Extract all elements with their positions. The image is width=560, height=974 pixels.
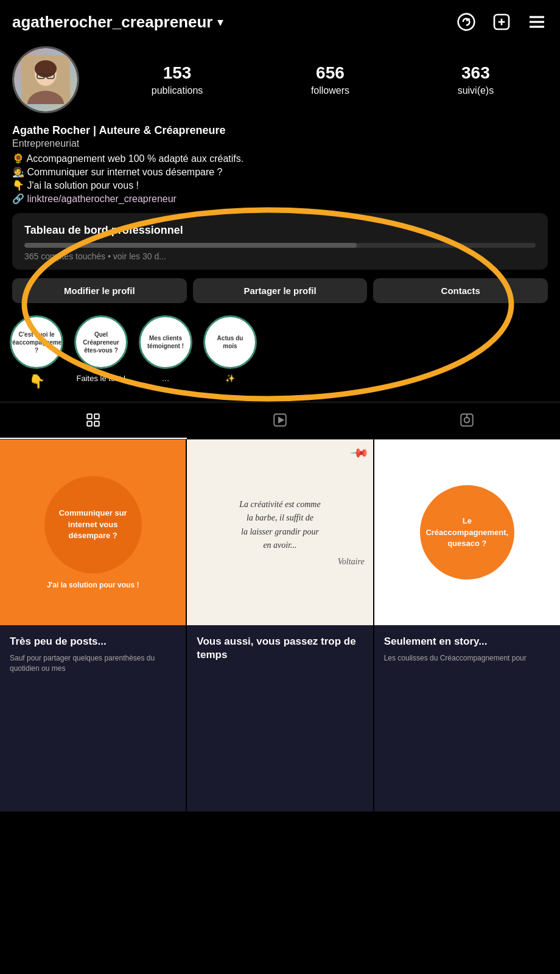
svg-marker-20	[279, 418, 284, 423]
bottom-post-3-sub: Les coulisses du Créaccompagnement pour	[384, 653, 527, 664]
story-label-1: 👇	[29, 374, 45, 390]
tableau-section[interactable]: Tableau de bord professionnel 365 compte…	[12, 213, 548, 270]
suivi-count: 363	[461, 63, 490, 83]
svg-rect-18	[94, 421, 99, 426]
partager-profil-button[interactable]: Partager le profil	[193, 278, 368, 303]
story-label-3: …	[162, 374, 170, 383]
threads-icon[interactable]	[455, 11, 477, 33]
post-cell-3[interactable]: Le Créaccompagnement, quesaco ?	[374, 440, 560, 625]
nav-icons	[455, 11, 548, 33]
svg-rect-17	[88, 421, 93, 426]
bottom-post-2-title: Vous aussi, vous passez trop de temps	[197, 635, 363, 662]
story-item-3[interactable]: Mes clients témoignent ! …	[139, 315, 192, 390]
svg-point-0	[458, 14, 475, 30]
menu-icon[interactable]	[526, 11, 548, 33]
bio-link[interactable]: 🔗 linktree/agatherocher_creapreneur	[12, 193, 548, 205]
bottom-post-3-title: Seulement en story...	[384, 635, 488, 648]
bottom-post-1-sub: Sauf pour partager quelques parenthèses …	[10, 653, 176, 674]
story-circle-1[interactable]: C'est quoi le Créaccompagnement ?	[10, 315, 63, 369]
bottom-post-1[interactable]: Très peu de posts... Sauf pour partager …	[0, 625, 186, 811]
chevron-down-icon[interactable]: ▾	[217, 15, 223, 29]
posts-grid: Communiquer sur internet vous désempare …	[0, 440, 560, 625]
contacts-button[interactable]: Contacts	[373, 278, 548, 303]
story-label-4: ✨	[225, 374, 235, 383]
top-navigation: agatherocher_creapreneur ▾	[0, 0, 560, 40]
story-item-1[interactable]: C'est quoi le Créaccompagnement ? 👇	[10, 315, 63, 390]
post-cell-2[interactable]: La créativité est commela barbe, il suff…	[187, 440, 373, 625]
publications-label: publications	[152, 85, 203, 96]
tab-bar	[0, 402, 560, 440]
publications-stat[interactable]: 153 publications	[152, 63, 203, 96]
stats-row: 153 publications 656 followers 363 suivi…	[97, 63, 548, 96]
tableau-bar-fill	[24, 243, 357, 248]
bio-line-1: 🌻 Accompagnement web 100 % adapté aux cr…	[12, 153, 548, 164]
tab-reels[interactable]	[187, 402, 374, 439]
story-circle-4[interactable]: Actus du mois	[203, 315, 257, 369]
profile-section: 153 publications 656 followers 363 suivi…	[0, 40, 560, 113]
tab-grid[interactable]	[0, 402, 187, 439]
svg-rect-16	[94, 414, 99, 419]
bio-line-2: 🧑‍🎨 Communiquer sur internet vous désemp…	[12, 166, 548, 178]
suivi-label: suivi(e)s	[458, 85, 494, 96]
action-buttons: Modifier le profil Partager le profil Co…	[0, 278, 560, 315]
modifier-profil-button[interactable]: Modifier le profil	[12, 278, 187, 303]
bio-name: Agathe Rocher | Auteure & Créapreneure	[12, 124, 548, 137]
username-text: agatherocher_creapreneur	[12, 13, 212, 32]
username-area[interactable]: agatherocher_creapreneur ▾	[12, 13, 223, 32]
bio-line-3: 👇 J'ai la solution pour vous !	[12, 180, 548, 191]
bio-section: Agathe Rocher | Auteure & Créapreneure E…	[0, 124, 560, 205]
avatar[interactable]	[12, 46, 79, 113]
story-circle-2[interactable]: Quel Créapreneur êtes-vous ?	[74, 315, 128, 369]
publications-count: 153	[163, 63, 192, 83]
stories-row: C'est quoi le Créaccompagnement ? 👇 Quel…	[0, 315, 560, 396]
svg-point-22	[464, 418, 469, 423]
tab-tagged[interactable]	[373, 402, 560, 439]
story-item-2[interactable]: Quel Créapreneur êtes-vous ? Faites le t…	[74, 315, 128, 390]
add-icon[interactable]	[491, 11, 513, 33]
followers-count: 656	[316, 63, 345, 83]
post-cell-1[interactable]: Communiquer sur internet vous désempare …	[0, 440, 186, 625]
bio-category: Entrepreneuriat	[12, 138, 548, 149]
story-item-4[interactable]: Actus du mois ✨	[203, 315, 257, 390]
bottom-post-1-title: Très peu de posts...	[10, 635, 107, 648]
tableau-progress-bar	[24, 243, 536, 248]
highlight-wrapper: Tableau de bord professionnel 365 compte…	[0, 213, 560, 315]
story-label-2: Faites le test !	[77, 374, 126, 383]
profile-top-row: 153 publications 656 followers 363 suivi…	[12, 46, 548, 113]
story-circle-3[interactable]: Mes clients témoignent !	[139, 315, 192, 369]
bottom-post-3[interactable]: Seulement en story... Les coulisses du C…	[374, 625, 560, 811]
tableau-title: Tableau de bord professionnel	[24, 224, 536, 237]
followers-stat[interactable]: 656 followers	[311, 63, 349, 96]
suivi-stat[interactable]: 363 suivi(e)s	[458, 63, 494, 96]
followers-label: followers	[311, 85, 349, 96]
bottom-post-2[interactable]: Vous aussi, vous passez trop de temps	[187, 625, 373, 811]
svg-rect-15	[88, 414, 93, 419]
svg-point-10	[35, 60, 57, 77]
bottom-posts-grid: Très peu de posts... Sauf pour partager …	[0, 625, 560, 811]
tableau-subtitle: 365 comptes touchés • voir les 30 d...	[24, 251, 536, 261]
